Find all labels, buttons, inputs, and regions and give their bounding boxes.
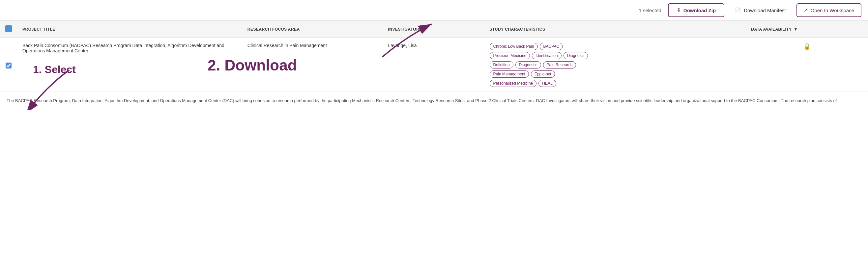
study-tag[interactable]: BACPAC	[540, 43, 563, 50]
lock-icon: 🔒	[803, 43, 811, 50]
study-tag[interactable]: Diagnostic	[516, 61, 541, 68]
data-table: PROJECT TITLE RESEARCH FOCUS AREA INVEST…	[0, 21, 868, 92]
study-tag[interactable]: HEAL	[538, 80, 556, 87]
download-zip-label: Download Zip	[683, 7, 716, 13]
header-checkbox[interactable]	[5, 25, 12, 32]
open-workspace-icon: ↗	[804, 7, 808, 13]
th-investigators: INVESTIGATOR(S)	[382, 21, 484, 38]
study-tag[interactable]: Pain Management	[490, 70, 529, 78]
row-checkbox[interactable]	[6, 63, 11, 68]
row-research-focus-area: Clinical Research in Pain Management	[242, 38, 383, 92]
row-project-title: Back Pain Consortium (BACPAC) Research P…	[17, 38, 242, 92]
filter-icon[interactable]: ▼	[794, 27, 798, 32]
study-tag[interactable]: Chronic Low Back Pain	[490, 43, 538, 50]
selected-count: 1 selected	[639, 7, 661, 13]
annotation-container: 1. Select 2. Download PROJECT TITLE	[0, 21, 868, 92]
study-tag[interactable]: Diagnosis	[563, 52, 588, 59]
open-workspace-button[interactable]: ↗ Open In Workspace	[797, 3, 861, 17]
download-manifest-icon: 📄	[735, 7, 741, 13]
footer-description: The BACPAC Research Program, Data Integr…	[0, 92, 868, 110]
download-zip-icon: ⇩	[677, 7, 681, 13]
th-checkbox	[0, 21, 17, 38]
download-zip-button[interactable]: ⇩ Download Zip	[668, 3, 724, 17]
row-study-characteristics: Chronic Low Back PainBACPACPrecision Med…	[485, 38, 746, 92]
study-tag[interactable]: Precision Medicine	[490, 52, 530, 59]
study-tag[interactable]: Eppic-net	[531, 70, 555, 78]
row-checkbox-cell	[0, 38, 17, 92]
open-workspace-label: Open In Workspace	[811, 7, 854, 13]
th-study-characteristics: STUDY CHARACTERISTICS	[485, 21, 746, 38]
top-bar: 1 selected ⇩ Download Zip 📄 Download Man…	[0, 0, 868, 21]
study-tag[interactable]: Definition	[490, 61, 514, 68]
download-manifest-label: Download Manifest	[744, 7, 786, 13]
table-row: Back Pain Consortium (BACPAC) Research P…	[0, 38, 868, 92]
th-data-availability: DATA AVAILABILITY ▼	[746, 21, 868, 38]
th-research-focus-area: RESEARCH FOCUS AREA	[242, 21, 383, 38]
row-data-availability: 🔒	[746, 38, 868, 92]
study-tag[interactable]: Personalized Medicine	[490, 80, 537, 87]
row-investigators: Lavange, Lisa	[382, 38, 484, 92]
table-header-row: PROJECT TITLE RESEARCH FOCUS AREA INVEST…	[0, 21, 868, 38]
download-manifest-button[interactable]: 📄 Download Manifest	[730, 4, 791, 16]
th-project-title: PROJECT TITLE	[17, 21, 242, 38]
study-tag[interactable]: Pain Research	[543, 61, 576, 68]
study-tag[interactable]: Identification	[532, 52, 561, 59]
